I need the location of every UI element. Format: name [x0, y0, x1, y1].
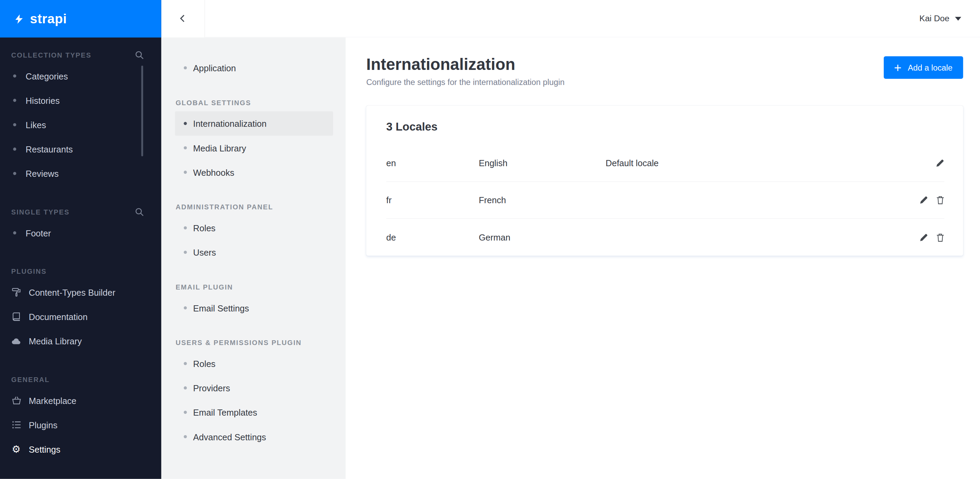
single-types-label: SINGLE TYPES	[11, 208, 70, 216]
main-sidebar: strapi COLLECTION TYPES Categories Histo…	[0, 0, 161, 479]
plugins-label: PLUGINS	[11, 267, 46, 275]
sidebar-item-content-types-builder[interactable]: Content-Types Builder	[0, 280, 161, 304]
viewport: strapi COLLECTION TYPES Categories Histo…	[0, 0, 980, 479]
sidebar-item-label: Documentation	[29, 312, 88, 322]
basket-icon	[11, 396, 21, 405]
user-menu[interactable]: Kai Doe	[920, 14, 980, 23]
delete-locale-button[interactable]	[936, 196, 944, 205]
sidebar-item-footer[interactable]: Footer	[0, 221, 161, 245]
delete-locale-button[interactable]	[936, 233, 944, 242]
settings-group-label: EMAIL PLUGIN	[175, 283, 333, 291]
bullet-dot	[184, 387, 187, 390]
topbar: Kai Doe	[161, 0, 980, 37]
locale-code: de	[387, 232, 479, 242]
bullet-dot	[184, 170, 187, 174]
gear-icon: ⚙	[11, 444, 21, 454]
settings-nav-label: Webhooks	[193, 167, 234, 177]
settings-nav-item-providers[interactable]: Providers	[175, 376, 333, 400]
settings-nav-label: Advanced Settings	[193, 432, 266, 442]
strapi-admin-app: strapi COLLECTION TYPES Categories Histo…	[0, 0, 980, 479]
sidebar-item-media-library[interactable]: Media Library	[0, 329, 161, 353]
sidebar-item-label: Categories	[26, 71, 68, 81]
sidebar-item-marketplace[interactable]: Marketplace	[0, 388, 161, 412]
locale-name: French	[479, 195, 606, 205]
main-content: Internationalization Configure the setti…	[345, 37, 980, 479]
bullet-dot	[184, 306, 187, 309]
roller-icon	[11, 288, 21, 297]
back-button[interactable]	[161, 0, 205, 37]
settings-nav-item-media-library[interactable]: Media Library	[175, 136, 333, 160]
sidebar-item-categories[interactable]: Categories	[0, 64, 161, 88]
settings-group-administration-panel: ADMINISTRATION PANEL Roles Users	[175, 203, 333, 264]
locale-row-fr[interactable]: fr French	[387, 182, 944, 219]
locales-card-title: 3 Locales	[387, 121, 944, 134]
sidebar-item-histories[interactable]: Histories	[0, 88, 161, 112]
settings-nav-item-application[interactable]: Application	[175, 56, 333, 80]
settings-group-users-permissions-plugin: USERS & PERMISSIONS PLUGIN Roles Provide…	[175, 339, 333, 449]
settings-nav-label: Roles	[193, 358, 215, 368]
page-title: Internationalization	[366, 55, 565, 75]
sidebar-item-restaurants[interactable]: Restaurants	[0, 137, 161, 161]
settings-nav-item-up-roles[interactable]: Roles	[175, 351, 333, 376]
sidebar-section-collection-types: COLLECTION TYPES Categories Histories Li…	[0, 50, 161, 186]
settings-nav-label: Email Templates	[193, 407, 257, 417]
search-icon[interactable]	[135, 51, 144, 60]
settings-nav-item-admin-users[interactable]: Users	[175, 240, 333, 264]
locale-code: en	[387, 158, 479, 168]
edit-locale-button[interactable]	[920, 196, 928, 205]
locale-row-de[interactable]: de German	[387, 219, 944, 256]
locale-name: German	[479, 232, 606, 242]
bullet-dot	[13, 123, 16, 126]
settings-nav-item-email-templates[interactable]: Email Templates	[175, 400, 333, 425]
add-locale-button[interactable]: Add a locale	[884, 56, 963, 79]
sidebar-item-likes[interactable]: Likes	[0, 112, 161, 137]
sidebar-item-label: Content-Types Builder	[29, 287, 115, 297]
search-icon[interactable]	[135, 208, 144, 216]
settings-nav-item-email-settings[interactable]: Email Settings	[175, 296, 333, 320]
settings-group-label: ADMINISTRATION PANEL	[175, 203, 333, 211]
settings-group-label: USERS & PERMISSIONS PLUGIN	[175, 339, 333, 346]
edit-locale-button[interactable]	[935, 159, 944, 168]
pencil-icon	[920, 196, 928, 205]
chevron-left-icon	[178, 14, 188, 23]
pencil-icon	[920, 233, 928, 242]
sidebar-item-label: Footer	[26, 228, 51, 238]
settings-nav-item-admin-roles[interactable]: Roles	[175, 215, 333, 240]
trash-icon	[936, 233, 944, 242]
sidebar-section-plugins: PLUGINS Content-Types Builder	[0, 266, 161, 353]
bullet-dot	[184, 362, 187, 365]
sidebar-item-label: Settings	[29, 444, 60, 454]
sidebar-item-plugins[interactable]: Plugins	[0, 412, 161, 437]
bullet-dot	[184, 226, 187, 229]
bullet-dot	[184, 251, 187, 254]
settings-nav-item-internationalization[interactable]: Internationalization	[175, 111, 333, 136]
settings-nav-item-webhooks[interactable]: Webhooks	[175, 160, 333, 185]
sidebar-item-settings[interactable]: ⚙ Settings	[0, 437, 161, 461]
locale-row-en[interactable]: en English Default locale	[387, 145, 944, 182]
cloud-icon	[11, 336, 21, 346]
settings-group-global-settings: GLOBAL SETTINGS Internationalization Med…	[175, 99, 333, 185]
bullet-dot	[13, 99, 16, 102]
settings-nav-label: Providers	[193, 383, 230, 393]
sidebar-scrollbar-thumb[interactable]	[141, 66, 143, 157]
collection-types-label: COLLECTION TYPES	[11, 51, 91, 59]
bullet-dot	[184, 435, 187, 438]
settings-nav-label: Internationalization	[193, 119, 266, 129]
settings-nav-label: Roles	[193, 223, 215, 232]
content-row: Application GLOBAL SETTINGS Internationa…	[161, 37, 980, 479]
sidebar-section-single-types: SINGLE TYPES Footer	[0, 207, 161, 245]
page-subtitle: Configure the settings for the internati…	[366, 78, 565, 87]
settings-nav-label: Email Settings	[193, 303, 249, 313]
sidebar-item-documentation[interactable]: Documentation	[0, 305, 161, 329]
edit-locale-button[interactable]	[920, 233, 928, 242]
sidebar-item-label: Marketplace	[29, 395, 76, 405]
sidebar-item-reviews[interactable]: Reviews	[0, 161, 161, 186]
list-icon	[11, 420, 21, 429]
page-header: Internationalization Configure the setti…	[366, 55, 963, 87]
bullet-dot	[13, 231, 16, 234]
strapi-logo[interactable]: strapi	[0, 0, 161, 37]
bullet-dot	[184, 411, 187, 414]
bullet-dot	[184, 66, 187, 69]
settings-nav-item-advanced-settings[interactable]: Advanced Settings	[175, 425, 333, 449]
sidebar-item-label: Reviews	[26, 169, 59, 178]
